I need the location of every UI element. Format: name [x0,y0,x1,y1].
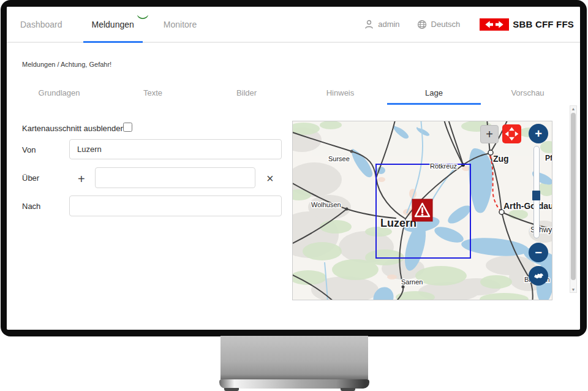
ueber-input[interactable] [95,167,255,188]
tab-vorschau[interactable]: Vorschau [481,83,575,105]
user-menu[interactable]: admin [364,20,399,29]
map-label-rotkreuz: Rotkreuz [430,162,457,170]
tab-grundlagen[interactable]: Grundlagen [12,83,106,105]
tab-bar: Grundlagen Texte Bilder Hinweis Lage Vor… [12,83,575,105]
nach-label: Nach [22,202,40,211]
map-label-sarnen: Sarnen [401,278,423,286]
map-label-pf: Pf [545,154,552,162]
language-selector[interactable]: Deutsch [417,20,461,29]
monitor-foot [341,388,355,391]
map-label-zug: Zug [493,154,509,164]
zoom-slider-handle[interactable] [532,191,540,200]
map-canvas[interactable]: SurseeRotkreuzZugWolhusenLuzernArth-Gold… [292,121,552,300]
nav-item-dashboard[interactable]: Dashboard [20,7,62,42]
home-extent-button[interactable] [529,266,548,286]
nav-item-label: Monitore [164,20,197,29]
clear-via-button[interactable]: × [266,172,274,184]
green-crescent-icon [137,14,149,21]
brand-text: SBB CFF FFS [513,19,574,29]
nav-item-label: Meldungen [92,20,134,29]
content-scrollbar[interactable]: ▲ ▼ [570,105,577,293]
nav-item-label: Dashboard [20,20,62,29]
app-screen: Dashboard Meldungen Monitore [7,7,580,330]
tab-label: Hinweis [326,88,355,97]
tab-label: Texte [143,88,162,97]
nav-right: admin Deutsch [364,18,580,31]
scrollbar-up-arrow[interactable]: ▲ [570,107,576,111]
von-label: Von [22,145,36,154]
nav-item-monitore[interactable]: Monitore [164,7,197,42]
monitor-bezel: Dashboard Meldungen Monitore [1,0,587,336]
expand-map-button[interactable]: + [480,125,499,143]
tab-label: Bilder [236,88,257,97]
tab-label: Lage [425,88,443,97]
tab-hinweis[interactable]: Hinweis [293,83,387,105]
move-icon [503,126,520,142]
nav-item-meldungen[interactable]: Meldungen [92,7,134,42]
map-label-arth-goldau: Arth-Goldau [503,201,552,211]
scrollbar-down-arrow[interactable]: ▼ [570,287,576,292]
map-label-luzern: Luzern [380,217,417,229]
von-input[interactable] [69,139,282,159]
sbb-logo-icon [480,18,509,31]
pan-mode-button[interactable] [502,124,521,143]
breadcrumb[interactable]: Meldungen / Achtung, Gefahr! [22,61,111,68]
tab-texte[interactable]: Texte [106,83,200,105]
hide-map-checkbox[interactable] [123,123,132,132]
sbb-brand: SBB CFF FFS [480,18,574,31]
map-label-wolhusen: Wolhusen [311,201,341,208]
map-svg: SurseeRotkreuzZugWolhusenLuzernArth-Gold… [293,121,552,300]
tab-lage[interactable]: Lage [387,83,481,105]
hide-map-label: Kartenausschnitt ausblenden [22,124,125,133]
nav-left: Dashboard Meldungen Monitore [7,7,197,42]
tab-label: Vorschau [511,88,544,97]
language-label: Deutsch [431,20,461,29]
monitor-base [219,379,369,389]
tab-bilder[interactable]: Bilder [200,83,293,105]
map-label-sursee: Sursee [328,155,350,162]
tab-label: Grundlagen [39,88,80,97]
scrollbar-thumb[interactable] [571,113,576,280]
zoom-out-button[interactable]: − [529,243,548,262]
person-icon [364,20,374,29]
top-navbar: Dashboard Meldungen Monitore [7,7,580,43]
user-name: admin [378,20,399,29]
globe-icon [417,20,427,29]
monitor-stand [221,336,368,379]
nach-input[interactable] [69,196,282,216]
ueber-label: Über [22,173,39,183]
add-via-button[interactable]: + [78,173,85,185]
monitor-foot [224,388,239,391]
switzerland-icon [532,269,545,283]
zoom-in-button[interactable]: + [529,124,548,143]
warning-marker-icon[interactable] [412,199,432,221]
